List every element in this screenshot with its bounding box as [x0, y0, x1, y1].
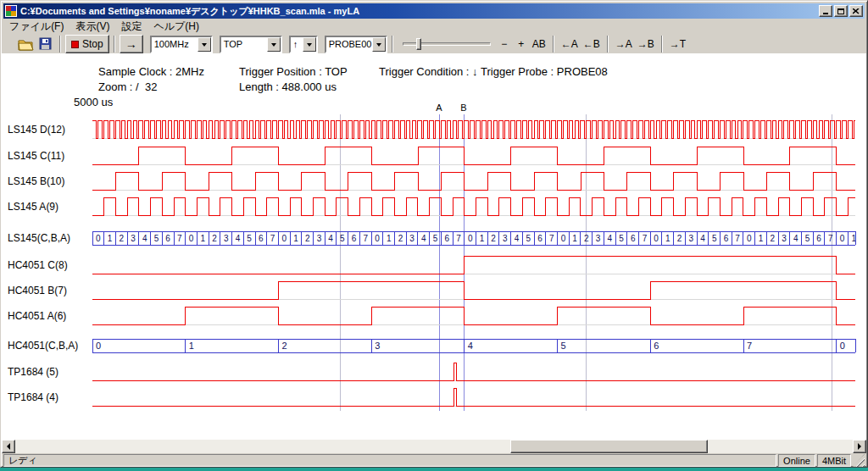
channel-label: HC4051(C,B,A)	[8, 339, 78, 352]
sample-rate-select[interactable]: 100MHz	[150, 36, 213, 53]
channel-label: TP1684 (5)	[8, 365, 58, 379]
trigger-position-select[interactable]: TOP	[220, 36, 282, 53]
toolbar-separator	[59, 36, 61, 53]
toolbar-separator	[553, 36, 554, 53]
trigger-probe-info: Trigger Probe : PROBE08	[481, 65, 608, 78]
toolbar-separator	[114, 36, 115, 53]
status-memory-badge: 4MBit	[817, 454, 851, 467]
channel-label: TP1684 (4)	[8, 391, 58, 404]
run-button[interactable]: →	[120, 35, 143, 53]
title-bar[interactable]: C:¥Documents and Settings¥noname¥デスクトップ¥…	[3, 3, 865, 19]
menu-item-view[interactable]: 表示(V)	[70, 18, 115, 36]
close-button[interactable]	[849, 5, 863, 17]
time-scale-label: 5000 us	[74, 96, 113, 108]
floppy-disk-icon	[39, 37, 53, 51]
probe-value: PROBE00	[326, 39, 372, 49]
maximize-button[interactable]	[834, 5, 848, 17]
channel-label: LS145 A(9)	[8, 200, 58, 213]
goto-b-fwd-button[interactable]: →B	[635, 35, 657, 53]
trigger-position-info: Trigger Position : TOP	[239, 65, 348, 78]
menu-item-file[interactable]: ファイル(F)	[3, 18, 70, 36]
waveform-workspace	[2, 53, 866, 440]
close-icon	[853, 8, 860, 14]
channel-label: HC4051 B(7)	[8, 284, 67, 297]
length-info: Length : 488.000 us	[239, 80, 337, 93]
open-folder-icon	[18, 38, 34, 51]
sample-clock-info: Sample Clock : 2MHz	[98, 65, 204, 78]
sample-rate-value: 100MHz	[152, 39, 198, 49]
minimize-button[interactable]	[819, 5, 832, 17]
stop-icon	[71, 41, 79, 48]
trigger-edge-value: ↑	[291, 39, 303, 49]
tool-bar: Stop → 100MHz TOP ↑ PROBE00 − + AB ←A	[3, 35, 865, 53]
resize-grip[interactable]	[853, 454, 865, 467]
chevron-down-icon[interactable]	[372, 37, 386, 52]
app-window: C:¥Documents and Settings¥noname¥デスクトップ¥…	[0, 0, 868, 468]
toolbar-separator	[607, 36, 609, 53]
probe-select[interactable]: PROBE00	[325, 36, 387, 53]
channel-label: LS145 B(10)	[8, 175, 64, 188]
goto-a-back-button[interactable]: ←A	[559, 35, 581, 53]
menu-item-help[interactable]: ヘルプ(H)	[147, 18, 205, 36]
minimize-icon	[823, 13, 828, 14]
trigger-position-value: TOP	[221, 39, 267, 49]
app-icon	[5, 5, 17, 17]
zoom-out-button[interactable]: −	[496, 35, 513, 53]
scroll-right-button[interactable]	[853, 440, 866, 453]
channel-label: LS145(C,B,A)	[8, 231, 70, 245]
toolbar-separator	[392, 36, 393, 53]
stop-button[interactable]: Stop	[65, 35, 109, 53]
zoom-slider[interactable]	[403, 36, 491, 53]
goto-trigger-button[interactable]: →T	[667, 35, 688, 53]
status-ready-text: レディ	[3, 454, 776, 467]
chevron-down-icon[interactable]	[267, 37, 281, 52]
channel-label: HC4051 C(8)	[8, 258, 68, 272]
horizontal-scrollbar[interactable]	[2, 440, 866, 453]
goto-b-back-button[interactable]: ←B	[581, 35, 603, 53]
goto-a-fwd-button[interactable]: →A	[613, 35, 635, 53]
zoom-slider-thumb[interactable]	[416, 38, 421, 50]
scroll-left-button[interactable]	[2, 440, 15, 453]
open-file-button[interactable]	[15, 35, 36, 53]
scroll-left-icon	[3, 443, 10, 450]
ab-range-button[interactable]: AB	[530, 35, 548, 53]
toolbar-separator	[661, 36, 663, 53]
trigger-condition-info: Trigger Condition : ↓	[379, 65, 478, 78]
scrollbar-thumb[interactable]	[510, 440, 708, 453]
channel-label: LS145 D(12)	[8, 123, 65, 136]
menu-bar: ファイル(F) 表示(V) 設定 ヘルプ(H)	[3, 19, 865, 35]
menu-item-settings[interactable]: 設定	[115, 18, 147, 36]
stop-label: Stop	[82, 38, 103, 50]
channel-label: HC4051 A(6)	[8, 309, 66, 323]
scroll-right-icon	[858, 443, 865, 450]
channel-label: LS145 C(11)	[8, 149, 64, 163]
zoom-in-button[interactable]: +	[513, 35, 530, 53]
chevron-down-icon[interactable]	[303, 37, 316, 52]
status-online-badge: Online	[778, 454, 815, 467]
window-title: C:¥Documents and Settings¥noname¥デスクトップ¥…	[20, 5, 817, 18]
trigger-edge-select[interactable]: ↑	[289, 36, 318, 53]
status-bar: レディ Online 4MBit	[3, 454, 865, 467]
save-button[interactable]	[36, 35, 55, 53]
maximize-icon	[837, 8, 844, 14]
chevron-down-icon[interactable]	[198, 37, 211, 52]
zoom-info: Zoom : / 32	[98, 80, 157, 93]
